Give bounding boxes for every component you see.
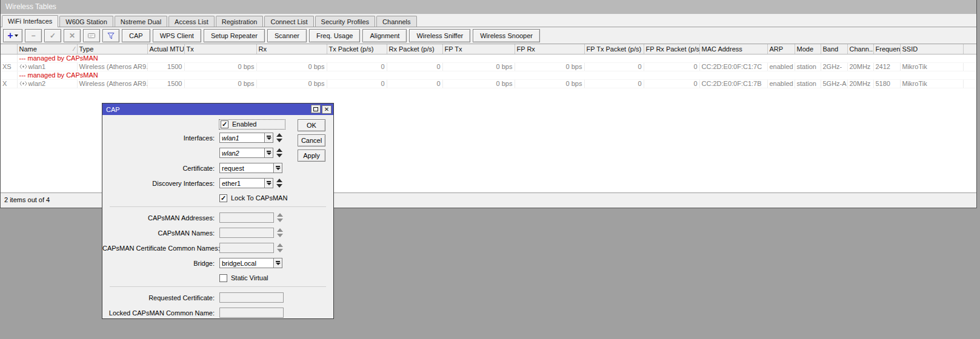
updown-spinner[interactable] xyxy=(276,179,282,188)
column-header-fp-tx-packet-p-s[interactable]: FP Tx Packet (p/s) xyxy=(584,44,644,54)
plus-icon: + xyxy=(7,31,13,40)
flag-cell: XS xyxy=(1,62,17,71)
column-header-tx-packet-p-s[interactable]: Tx Packet (p/s) xyxy=(327,44,387,54)
tab-access-list[interactable]: Access List xyxy=(168,16,215,27)
close-icon: ✕ xyxy=(324,107,329,113)
certificate-input[interactable] xyxy=(219,163,274,173)
cell-fp-tx: 0 bps xyxy=(442,62,515,71)
column-header-fp-rx-packet-p-s[interactable]: FP Rx Packet (p/s) xyxy=(644,44,699,54)
enabled-checkbox[interactable]: ✓ xyxy=(221,120,228,128)
remove-button: − xyxy=(25,29,42,42)
updown-spinner[interactable] xyxy=(276,148,282,157)
column-header-fp-tx[interactable]: FP Tx xyxy=(442,44,515,54)
column-header-rx[interactable]: Rx xyxy=(256,44,327,54)
field-row-bridge: Bridge: xyxy=(102,258,333,268)
close-button[interactable]: ✕ xyxy=(322,105,332,114)
dropdown-icon[interactable] xyxy=(264,133,273,143)
sort-asc-icon: ∕ xyxy=(74,45,75,52)
freq-usage-button[interactable]: Freq. Usage xyxy=(309,29,361,42)
comment-cell: --- managed by CAPsMAN xyxy=(17,54,976,62)
dropdown-icon[interactable] xyxy=(273,258,282,268)
checkbox-label: Static Virtual xyxy=(231,274,268,281)
field-label-requested-certificate: Requested Certificate: xyxy=(102,294,215,301)
field-row-locked-capsman-common-name: Locked CAPsMAN Common Name: xyxy=(102,308,333,318)
flag-cell: X xyxy=(1,79,17,88)
column-header-rx-packet-p-s[interactable]: Rx Packet (p/s) xyxy=(387,44,442,54)
column-header-mode[interactable]: Mode xyxy=(795,44,821,54)
updown-spinner[interactable] xyxy=(277,228,283,237)
column-header-type[interactable]: Type xyxy=(77,44,147,54)
add-button[interactable]: + xyxy=(3,29,22,42)
arrow-up-icon xyxy=(277,213,283,217)
column-header-chann[interactable]: Chann... xyxy=(847,44,873,54)
column-header-blank[interactable] xyxy=(1,44,17,54)
lock-to-capsman-checkbox[interactable]: ✓ xyxy=(219,194,227,202)
dropdown-icon[interactable] xyxy=(264,148,273,158)
tab-nstreme-dual[interactable]: Nstreme Dual xyxy=(115,16,167,27)
cap-button[interactable]: CAP xyxy=(122,29,150,42)
bridge-input[interactable] xyxy=(219,258,274,268)
updown-spinner[interactable] xyxy=(276,133,282,142)
comment-icon xyxy=(87,32,96,39)
restore-button[interactable] xyxy=(311,105,321,113)
column-header-name[interactable]: Name∕ xyxy=(17,44,77,54)
tab-registration[interactable]: Registration xyxy=(216,16,264,27)
cell-chann: 20MHz xyxy=(847,79,873,88)
wps-client-button[interactable]: WPS Client xyxy=(153,29,201,42)
alignment-button[interactable]: Alignment xyxy=(362,29,407,42)
dropdown-icon[interactable] xyxy=(264,178,273,188)
field-label-capsman-names: CAPsMAN Names: xyxy=(102,229,215,237)
field-row-requested-certificate: Requested Certificate: xyxy=(102,292,333,303)
status-text: 2 items out of 4 xyxy=(4,196,50,203)
dropdown-icon[interactable] xyxy=(273,163,282,173)
interfaces-1-input[interactable] xyxy=(219,133,265,143)
window-titlebar[interactable]: Wireless Tables xyxy=(1,0,976,14)
ok-button[interactable]: OK xyxy=(298,119,325,131)
interfaces-2-input[interactable] xyxy=(219,148,265,158)
flag-cell xyxy=(1,71,17,79)
discovery-interfaces-input[interactable] xyxy=(219,178,265,188)
cell-actual-mtu: 1500 xyxy=(147,79,184,88)
capsman-certificate-common-names-input[interactable] xyxy=(219,243,274,253)
comment-cell: --- managed by CAPsMAN xyxy=(17,71,976,79)
apply-button[interactable]: Apply xyxy=(298,150,325,162)
static-virtual-checkbox[interactable] xyxy=(219,274,227,282)
cap-dialog: CAP ✕ ✓EnabledInterfaces:Certificate:Dis… xyxy=(102,103,334,319)
filter-button[interactable] xyxy=(102,29,119,42)
arrow-up-icon xyxy=(276,148,282,152)
table-row-wlan1[interactable]: XSwlan1Wireless (Atheros AR9...15000 bps… xyxy=(1,62,976,71)
cell-ssid: MikroTik xyxy=(900,79,963,88)
table-row-wlan2[interactable]: Xwlan2Wireless (Atheros AR9...15000 bps0… xyxy=(1,79,976,88)
column-header-fp-rx[interactable]: FP Rx xyxy=(515,44,584,54)
column-header-frequen[interactable]: Frequen... xyxy=(873,44,900,54)
column-header-mac-address[interactable]: MAC Address xyxy=(699,44,767,54)
capsman-names-input[interactable] xyxy=(219,228,274,238)
cancel-button[interactable]: Cancel xyxy=(298,134,325,146)
wireless-snooper-button[interactable]: Wireless Snooper xyxy=(473,29,540,42)
capsman-addresses-input[interactable] xyxy=(219,212,274,223)
column-header-tx[interactable]: Tx xyxy=(184,44,256,54)
updown-spinner[interactable] xyxy=(277,243,283,252)
tab-w60g-station[interactable]: W60G Station xyxy=(59,16,113,27)
setup-repeater-button[interactable]: Setup Repeater xyxy=(204,29,265,42)
dialog-titlebar[interactable]: CAP ✕ xyxy=(102,104,333,115)
tab-connect-list[interactable]: Connect List xyxy=(264,16,313,27)
field-row-discovery-interfaces: Discovery Interfaces: xyxy=(102,178,333,188)
updown-spinner[interactable] xyxy=(277,213,283,222)
column-header-blank[interactable] xyxy=(963,44,976,54)
field-row-static-virtual: Static Virtual xyxy=(102,273,333,283)
wireless-sniffer-button[interactable]: Wireless Sniffer xyxy=(409,29,470,42)
focus-rect: ✓Enabled xyxy=(219,120,285,129)
column-header-arp[interactable]: ARP xyxy=(767,44,795,54)
column-header-actual-mtu[interactable]: Actual MTU xyxy=(147,44,184,54)
dialog-action-buttons: OKCancelApply xyxy=(298,119,325,162)
tab-security-profiles[interactable]: Security Profiles xyxy=(315,16,375,27)
check-icon: ✓ xyxy=(50,31,56,40)
column-header-band[interactable]: Band xyxy=(821,44,847,54)
scanner-button[interactable]: Scanner xyxy=(267,29,307,42)
field-label-locked-capsman-common-name: Locked CAPsMAN Common Name: xyxy=(102,309,215,317)
column-header-ssid[interactable]: SSID xyxy=(900,44,963,54)
tab-wifi-interfaces[interactable]: WiFi Interfaces xyxy=(2,15,58,27)
comment-button[interactable] xyxy=(83,29,100,42)
tab-channels[interactable]: Channels xyxy=(376,16,416,27)
